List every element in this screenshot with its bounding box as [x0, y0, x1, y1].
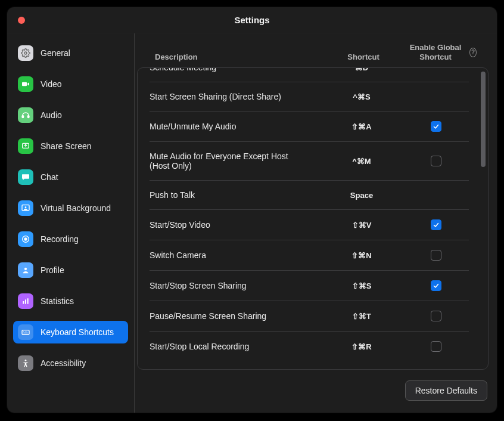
shortcut-description: Start/Stop Video	[150, 220, 320, 230]
close-window-icon[interactable]	[18, 17, 25, 24]
col-description: Description	[155, 52, 322, 61]
shortcut-description: Mute Audio for Everyone Except Host (Hos…	[150, 151, 320, 171]
shortcut-description: Start/Stop Screen Sharing	[150, 281, 320, 290]
enable-global-checkbox[interactable]	[431, 341, 441, 352]
svg-rect-10	[23, 301, 24, 304]
scrollbar-thumb[interactable]	[481, 72, 486, 167]
settings-window: Settings GeneralVideoAudioShare ScreenCh…	[7, 7, 497, 413]
restore-defaults-button[interactable]: Restore Defaults	[405, 380, 487, 401]
shortcut-keys[interactable]: ⇧⌘A	[320, 122, 403, 131]
shortcut-description: Mute/Unmute My Audio	[150, 122, 320, 131]
shortcut-row: Start/Stop Video⇧⌘V	[150, 210, 469, 240]
shortcut-global-cell	[403, 250, 469, 261]
sidebar-item-label: Chat	[41, 172, 58, 182]
scrollbar[interactable]	[481, 72, 486, 366]
shortcut-list-container: Schedule Meeting⌘DStart Screen Sharing (…	[137, 67, 489, 370]
shortcut-row: Mute Audio for Everyone Except Host (Hos…	[150, 142, 469, 181]
col-enable-global-label: Enable Global Shortcut	[405, 43, 466, 61]
shortcut-description: Start/Stop Local Recording	[150, 342, 320, 351]
sidebar-item-stats[interactable]: Statistics	[13, 290, 128, 312]
sidebar-item-video[interactable]: Video	[13, 73, 128, 95]
col-enable-global: Enable Global Shortcut ?	[405, 43, 477, 61]
sidebar-item-audio[interactable]: Audio	[13, 104, 128, 126]
shortcut-row: Start/Stop Local Recording⇧⌘R	[150, 332, 469, 361]
shortcut-keys[interactable]: ⇧⌘R	[320, 342, 403, 351]
shortcut-keys[interactable]: ^⌘M	[320, 157, 403, 166]
shortcut-keys[interactable]: ⇧⌘T	[320, 312, 403, 321]
window-controls	[18, 17, 25, 24]
sidebar-item-vbg[interactable]: Virtual Background	[13, 197, 128, 219]
shortcut-global-cell	[403, 121, 469, 132]
sidebar-item-access[interactable]: Accessibility	[13, 352, 128, 374]
sidebar-item-label: Virtual Background	[41, 203, 111, 213]
sidebar-item-rec[interactable]: Recording	[13, 228, 128, 250]
svg-rect-2	[22, 116, 24, 118]
enable-global-checkbox[interactable]	[431, 121, 441, 132]
shortcut-keys[interactable]: ⇧⌘V	[320, 221, 403, 230]
video-icon	[18, 76, 33, 92]
shortcut-row: Start/Stop Screen Sharing⇧⌘S	[150, 271, 469, 301]
sidebar-item-label: Recording	[41, 234, 79, 244]
shortcut-keys[interactable]: ⇧⌘S	[320, 281, 403, 290]
main-panel: Description Shortcut Enable Global Short…	[135, 33, 497, 413]
shortcut-global-cell	[403, 156, 469, 166]
vbg-icon	[18, 200, 33, 216]
shortcut-keys[interactable]: Space	[320, 191, 403, 200]
shortcut-row: Switch Camera⇧⌘N	[150, 240, 469, 271]
shortcut-description: Switch Camera	[150, 250, 320, 260]
stats-icon	[18, 293, 33, 309]
sidebar-item-label: Keyboard Shortcuts	[41, 327, 114, 337]
column-headers: Description Shortcut Enable Global Short…	[135, 33, 497, 67]
window-title: Settings	[234, 15, 269, 25]
footer: Restore Defaults	[135, 370, 497, 413]
svg-rect-3	[27, 116, 29, 118]
shortcut-description: Start Screen Sharing (Direct Share)	[150, 92, 320, 101]
titlebar: Settings	[7, 7, 497, 33]
enable-global-checkbox[interactable]	[431, 311, 441, 321]
sidebar-item-label: Statistics	[41, 296, 74, 306]
sidebar-item-label: Profile	[41, 265, 64, 275]
sidebar-item-general[interactable]: General	[13, 42, 128, 64]
enable-global-checkbox[interactable]	[431, 219, 441, 230]
enable-global-checkbox[interactable]	[431, 156, 441, 166]
shortcut-global-cell	[403, 280, 469, 291]
sidebar-item-share[interactable]: Share Screen	[13, 135, 128, 157]
shortcut-description: Push to Talk	[150, 190, 320, 200]
rec-icon	[18, 231, 33, 247]
share-icon	[18, 138, 33, 154]
svg-point-9	[24, 268, 27, 270]
shortcut-global-cell	[403, 219, 469, 230]
shortcut-global-cell	[403, 341, 469, 352]
profile-icon	[18, 262, 33, 278]
shortcut-global-cell	[403, 311, 469, 321]
svg-rect-11	[25, 299, 26, 304]
chat-icon	[18, 169, 33, 185]
audio-icon	[18, 107, 33, 123]
enable-global-checkbox[interactable]	[431, 280, 441, 291]
sidebar-item-label: Video	[41, 79, 62, 89]
enable-global-checkbox[interactable]	[431, 250, 441, 261]
body: GeneralVideoAudioShare ScreenChatVirtual…	[7, 33, 497, 413]
svg-point-6	[25, 206, 27, 208]
svg-point-8	[24, 238, 27, 240]
sidebar-item-label: General	[41, 48, 70, 58]
shortcut-row: Mute/Unmute My Audio⇧⌘A	[150, 112, 469, 142]
shortcut-keys[interactable]: ⌘D	[320, 68, 403, 72]
shortcut-keys[interactable]: ^⌘S	[320, 92, 403, 101]
col-shortcut: Shortcut	[322, 52, 405, 61]
svg-rect-13	[22, 330, 29, 335]
sidebar-item-label: Share Screen	[41, 141, 92, 151]
shortcut-keys[interactable]: ⇧⌘N	[320, 251, 403, 260]
shortcut-row: Pause/Resume Screen Sharing⇧⌘T	[150, 301, 469, 332]
shortcut-row: Schedule Meeting⌘D	[150, 68, 469, 82]
access-icon	[18, 355, 33, 371]
sidebar-item-chat[interactable]: Chat	[13, 166, 128, 188]
svg-rect-12	[27, 298, 29, 304]
shortcut-list[interactable]: Schedule Meeting⌘DStart Screen Sharing (…	[138, 68, 488, 369]
sidebar-item-keyboard[interactable]: Keyboard Shortcuts	[13, 321, 128, 343]
shortcut-row: Start Screen Sharing (Direct Share)^⌘S	[150, 82, 469, 112]
help-icon[interactable]: ?	[469, 48, 477, 57]
sidebar-item-label: Accessibility	[41, 358, 86, 368]
sidebar-item-profile[interactable]: Profile	[13, 259, 128, 281]
sidebar: GeneralVideoAudioShare ScreenChatVirtual…	[7, 33, 135, 413]
